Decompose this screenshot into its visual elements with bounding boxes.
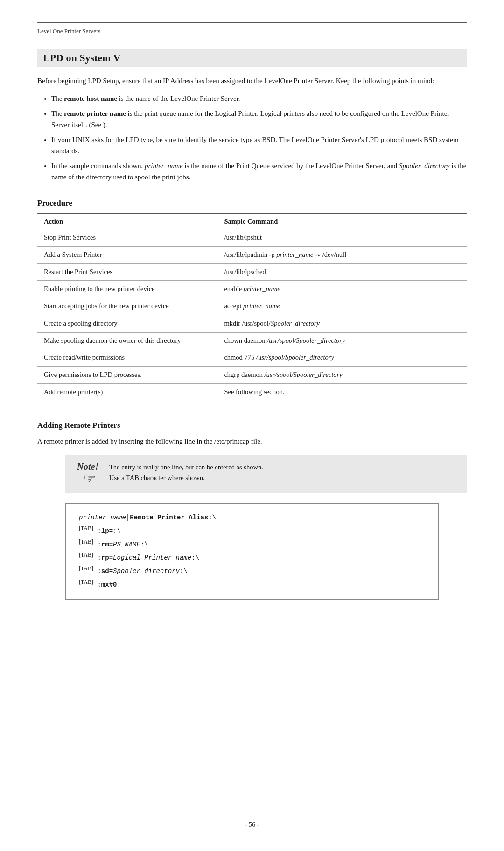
code-box: printer_name|Remote_Printer_Alias:\ [TAB… (65, 503, 439, 600)
italic-printer: printer_name (276, 251, 313, 258)
tab-label: [TAB] (79, 525, 93, 532)
footer-page-number: - 56 - (37, 821, 467, 829)
table-row: Add remote printer(s) See following sect… (37, 383, 467, 401)
code-line-6: [TAB] :mx#0: (79, 577, 425, 591)
col-header-action: Action (37, 214, 217, 229)
table-row: Stop Print Services /usr/lib/lpshut (37, 229, 467, 247)
table-row: Create a spooling directory mkdir /usr/s… (37, 315, 467, 332)
command-cell: /usr/lib/lpsched (217, 263, 467, 281)
adding-remote-intro: A remote printer is added by inserting t… (37, 436, 467, 447)
italic-spooler: Spooler_directory (271, 319, 320, 327)
action-cell: Add remote printer(s) (37, 383, 217, 401)
command-cell: /usr/lib/lpshut (217, 229, 467, 247)
code-italic: printer_name (79, 514, 126, 521)
code-line-3: [TAB] :rm=PS_NAME:\ (79, 537, 425, 551)
command-cell: accept printer_name (217, 298, 467, 315)
command-cell: chown daemon /usr/spool/Spooler_director… (217, 332, 467, 349)
italic-printer-name: printer_name (145, 162, 183, 170)
bullet-4: In the sample commands shown, printer_na… (51, 160, 467, 183)
action-cell: Give permissions to LPD processes. (37, 367, 217, 384)
bold-remote-host: remote host name (64, 95, 117, 102)
header-label: Level One Printer Servers (37, 28, 467, 35)
italic-spooler: /usr/spool/Spooler_directory (265, 371, 343, 378)
table-row: Add a System Printer /usr/lib/lpadmin -p… (37, 246, 467, 263)
adding-remote-title: Adding Remote Printers (37, 421, 467, 430)
table-row: Restart the Print Services /usr/lib/lpsc… (37, 263, 467, 281)
code-line-4: [TAB] :rp=Logical_Printer_name:\ (79, 550, 425, 564)
table-row: Start accepting jobs for the new printer… (37, 298, 467, 315)
action-cell: Create a spooling directory (37, 315, 217, 332)
italic-spooler: /usr/spool/Spooler_directory (267, 337, 345, 344)
procedure-table: Action Sample Command Stop Print Service… (37, 213, 467, 401)
table-row: Make spooling daemon the owner of this d… (37, 332, 467, 349)
action-cell: Create read/write permissions (37, 349, 217, 367)
italic-spooler-dir: Spooler_directory (399, 162, 450, 170)
bullet-3: If your UNIX asks for the LPD type, be s… (51, 134, 467, 156)
action-cell: Start accepting jobs for the new printer… (37, 298, 217, 315)
table-row: Give permissions to LPD processes. chgrp… (37, 367, 467, 384)
code-line-2: [TAB] :lp=:\ (79, 524, 425, 537)
note-icon: Note! ☞ (74, 462, 102, 486)
bullet-2: The remote printer name is the print que… (51, 108, 467, 130)
code-bold: rm= (101, 540, 113, 548)
code-bold: lp= (101, 527, 113, 534)
code-bold: sd= (101, 567, 113, 575)
note-box: Note! ☞ The entry is really one line, bu… (65, 455, 467, 493)
code-line-1: printer_name|Remote_Printer_Alias:\ (79, 512, 425, 524)
bullet-1: The remote host name is the name of the … (51, 93, 467, 104)
procedure-title: Procedure (37, 199, 467, 208)
code-italic: PS_NAME (113, 540, 140, 548)
action-cell: Make spooling daemon the owner of this d… (37, 332, 217, 349)
code-italic: Spooler_directory (113, 567, 180, 575)
code-bold: rp= (101, 554, 113, 561)
action-cell: Enable printing to the new printer devic… (37, 281, 217, 298)
italic-printer: printer_name (243, 302, 280, 310)
section-title: LPD on System V (37, 49, 467, 67)
page: Level One Printer Servers LPD on System … (0, 0, 504, 851)
action-cell: Stop Print Services (37, 229, 217, 247)
italic-printer: printer_name (244, 285, 280, 292)
action-cell: Restart the Print Services (37, 263, 217, 281)
hand-icon: ☞ (74, 472, 102, 486)
tab-label: [TAB] (79, 565, 93, 572)
tab-label: [TAB] (79, 539, 93, 545)
action-cell: Add a System Printer (37, 246, 217, 263)
bold-remote-printer: remote printer name (64, 110, 126, 117)
command-cell: chmod 775 /usr/spool/Spooler_directory (217, 349, 467, 367)
italic-spooler: /usr/spool/Spooler_directory (256, 354, 334, 361)
command-cell: See following section. (217, 383, 467, 401)
code-bold: mx#0 (101, 581, 117, 589)
tab-label: [TAB] (79, 579, 93, 585)
table-row: Create read/write permissions chmod 775 … (37, 349, 467, 367)
adding-remote-section: Adding Remote Printers A remote printer … (37, 416, 467, 611)
command-cell: chgrp daemon /usr/spool/Spooler_director… (217, 367, 467, 384)
command-cell: mkdir /usr/spool/Spooler_directory (217, 315, 467, 332)
intro-text: Before beginning LPD Setup, ensure that … (37, 75, 467, 86)
code-italic: Logical_Printer_name (113, 554, 191, 561)
table-row: Enable printing to the new printer devic… (37, 281, 467, 298)
note-text: The entry is really one line, but can be… (109, 462, 263, 483)
command-cell: /usr/lib/lpadmin -p printer_name -v /dev… (217, 246, 467, 263)
note-label: Note! (74, 462, 102, 471)
code-bold: Remote_Printer_Alias: (130, 514, 212, 521)
bottom-rule (37, 817, 467, 817)
table-header-row: Action Sample Command (37, 214, 467, 229)
tab-label: [TAB] (79, 552, 93, 558)
col-header-command: Sample Command (217, 214, 467, 229)
bullet-list: The remote host name is the name of the … (37, 93, 467, 186)
top-rule (37, 22, 467, 23)
code-line-5: [TAB] :sd=Spooler_directory:\ (79, 564, 425, 577)
command-cell: enable printer_name (217, 281, 467, 298)
